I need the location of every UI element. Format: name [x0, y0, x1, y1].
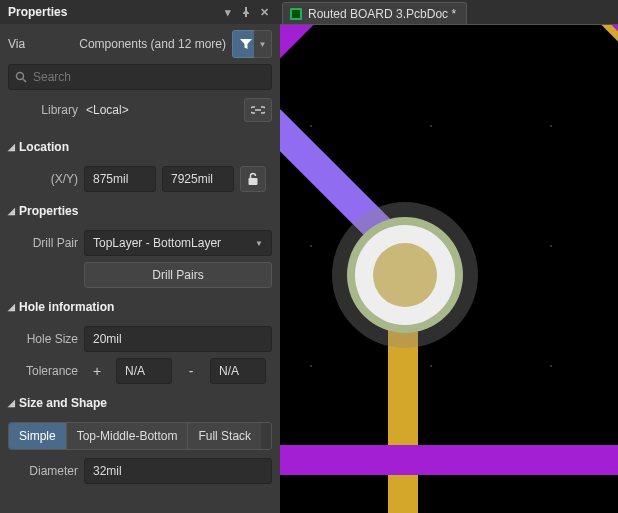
dropdown-icon[interactable]: ▾: [220, 4, 236, 20]
chevron-down-icon: ▼: [259, 40, 267, 49]
tolerance-label: Tolerance: [8, 364, 78, 378]
collapse-icon: ◢: [8, 302, 15, 312]
drill-pair-label: Drill Pair: [8, 236, 78, 250]
document-tab-label: Routed BOARD 3.PcbDoc *: [308, 7, 456, 21]
tolerance-row: Tolerance + -: [8, 358, 272, 384]
collapse-icon: ◢: [8, 206, 15, 216]
svg-point-8: [373, 243, 437, 307]
collapse-icon: ◢: [8, 398, 15, 408]
diameter-label: Diameter: [8, 464, 78, 478]
x-input[interactable]: [84, 166, 156, 192]
tolerance-plus-input[interactable]: [116, 358, 172, 384]
object-type-label: Via: [8, 37, 25, 51]
section-location-header[interactable]: ◢ Location: [8, 134, 272, 160]
filter-summary: Components (and 12 more): [79, 37, 226, 51]
location-xy-row: (X/Y): [8, 166, 272, 192]
svg-rect-2: [249, 178, 258, 185]
document-tab[interactable]: Routed BOARD 3.PcbDoc *: [282, 2, 467, 24]
xy-label: (X/Y): [8, 172, 78, 186]
trace-purple-horizontal[interactable]: [280, 445, 618, 475]
tolerance-plus-label: +: [84, 358, 110, 384]
shape-mode-tabs: Simple Top-Middle-Bottom Full Stack: [8, 422, 272, 450]
mode-simple[interactable]: Simple: [9, 423, 67, 449]
drill-pairs-btn-row: Drill Pairs: [8, 262, 272, 288]
filter-dropdown-button[interactable]: ▼: [254, 30, 272, 58]
y-input[interactable]: [162, 166, 234, 192]
mode-top-middle-bottom[interactable]: Top-Middle-Bottom: [67, 423, 189, 449]
link-icon: [251, 105, 265, 115]
library-row: Library <Local>: [8, 96, 272, 124]
section-location-title: Location: [19, 140, 69, 154]
svg-rect-4: [292, 10, 300, 18]
trace-gold-top-right[interactable]: [532, 24, 618, 76]
hole-size-row: Hole Size: [8, 326, 272, 352]
panel-toolbar: Via Components (and 12 more) ▼: [0, 24, 280, 64]
tolerance-minus-label: -: [178, 358, 204, 384]
drill-pair-row: Drill Pair TopLayer - BottomLayer: [8, 230, 272, 256]
section-hole-header[interactable]: ◢ Hole information: [8, 294, 272, 320]
pin-icon[interactable]: [238, 4, 254, 20]
diameter-row: Diameter: [8, 458, 272, 484]
panel-title-bar: Properties ▾ ✕: [0, 0, 280, 24]
hole-size-input[interactable]: [84, 326, 272, 352]
library-value: <Local>: [86, 103, 236, 117]
diameter-input[interactable]: [84, 458, 272, 484]
close-icon[interactable]: ✕: [256, 4, 272, 20]
section-hole-title: Hole information: [19, 300, 114, 314]
svg-line-1: [23, 79, 26, 82]
funnel-icon: [239, 37, 253, 51]
properties-panel: Properties ▾ ✕ Via Components (and 12 mo…: [0, 0, 280, 513]
pcb-doc-icon: [289, 7, 303, 21]
panel-scroll-area[interactable]: Library <Local> ◢ Location (X/Y) ◢ Prope…: [0, 64, 280, 513]
drill-pairs-button[interactable]: Drill Pairs: [84, 262, 272, 288]
collapse-icon: ◢: [8, 142, 15, 152]
trace-purple-top-right[interactable]: [562, 24, 618, 96]
lock-open-icon: [247, 172, 259, 186]
section-properties-title: Properties: [19, 204, 78, 218]
drill-pair-select[interactable]: TopLayer - BottomLayer: [84, 230, 272, 256]
panel-title: Properties: [8, 5, 218, 19]
tolerance-minus-input[interactable]: [210, 358, 266, 384]
drill-pair-value: TopLayer - BottomLayer: [93, 236, 221, 250]
mode-full-stack[interactable]: Full Stack: [188, 423, 261, 449]
search-input[interactable]: [33, 70, 265, 84]
search-field[interactable]: [8, 64, 272, 90]
library-label: Library: [8, 103, 78, 117]
document-tab-bar: Routed BOARD 3.PcbDoc *: [280, 0, 618, 24]
lock-button[interactable]: [240, 166, 266, 192]
section-size-shape-header[interactable]: ◢ Size and Shape: [8, 390, 272, 416]
section-properties-header[interactable]: ◢ Properties: [8, 198, 272, 224]
hole-size-label: Hole Size: [8, 332, 78, 346]
svg-point-0: [17, 73, 24, 80]
via-object[interactable]: [330, 200, 480, 350]
search-icon: [15, 71, 27, 83]
pcb-viewport[interactable]: [280, 24, 618, 513]
library-link-button[interactable]: [244, 98, 272, 122]
trace-purple-top-left[interactable]: [280, 24, 355, 68]
editor-area: Routed BOARD 3.PcbDoc *: [280, 0, 618, 513]
section-size-shape-title: Size and Shape: [19, 396, 107, 410]
